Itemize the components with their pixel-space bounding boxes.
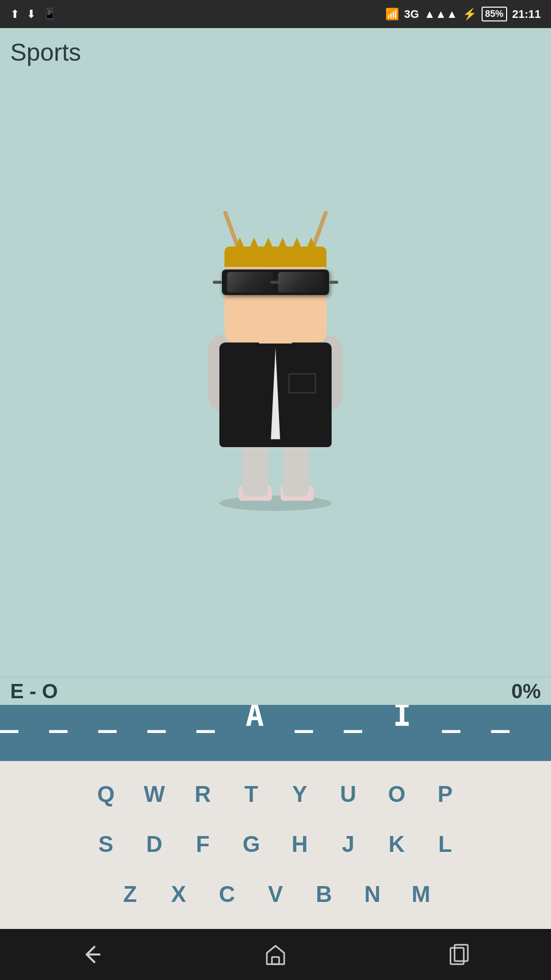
answer-bar: _ _ _ _ _ A _ _ I _ _ _	[0, 705, 551, 761]
character-hair	[224, 247, 327, 267]
key-W[interactable]: W	[130, 771, 179, 817]
character-body	[219, 342, 332, 447]
character	[194, 225, 357, 511]
hint-text: E - O	[10, 680, 58, 703]
key-S[interactable]: S	[82, 821, 130, 867]
network-label: 3G	[404, 8, 419, 21]
usb-icon: ⬆	[10, 8, 19, 21]
key-N[interactable]: N	[348, 871, 397, 917]
hint-bar: E - O 0%	[0, 677, 551, 705]
key-D[interactable]: D	[130, 821, 179, 867]
svg-rect-0	[272, 957, 279, 964]
glasses-bridge	[270, 281, 281, 284]
key-Q[interactable]: Q	[82, 771, 130, 817]
keyboard-row-3: Z X C V B N M	[8, 871, 543, 917]
battery-label: 85%	[482, 7, 507, 21]
key-L[interactable]: L	[421, 821, 469, 867]
key-M[interactable]: M	[397, 871, 445, 917]
home-icon	[263, 942, 288, 967]
key-G[interactable]: G	[227, 821, 276, 867]
character-shirt	[260, 348, 291, 439]
glasses-lens-right	[278, 272, 324, 292]
wifi-icon: 📶	[385, 8, 399, 21]
status-icons-left: ⬆ ⬇ 📱	[10, 8, 57, 21]
answer-display: _ _ _ _ _ A _ _ I _ _ _	[0, 697, 551, 769]
time-label: 21:11	[512, 8, 541, 21]
home-button[interactable]	[258, 937, 293, 972]
android-icon: 📱	[43, 8, 57, 21]
key-X[interactable]: X	[155, 871, 203, 917]
game-area: Sports	[0, 28, 551, 705]
key-U[interactable]: U	[324, 771, 372, 817]
character-glasses	[219, 268, 332, 297]
nav-bar	[0, 929, 551, 980]
character-pocket	[288, 373, 316, 394]
key-O[interactable]: O	[372, 771, 421, 817]
download-icon: ⬇	[27, 8, 36, 21]
key-J[interactable]: J	[324, 821, 372, 867]
glasses-temple-left	[213, 281, 222, 284]
key-Y[interactable]: Y	[276, 771, 324, 817]
score-text: 0%	[511, 680, 541, 703]
key-Z[interactable]: Z	[106, 871, 155, 917]
key-B[interactable]: B	[300, 871, 348, 917]
character-shadow	[219, 496, 332, 511]
key-H[interactable]: H	[276, 821, 324, 867]
signal-icon: ▲▲▲	[424, 8, 457, 21]
key-T[interactable]: T	[227, 771, 276, 817]
character-leg-left	[242, 440, 268, 497]
recent-button[interactable]	[441, 937, 477, 972]
glasses-lens-left	[227, 272, 273, 292]
key-F[interactable]: F	[179, 821, 227, 867]
recent-icon	[446, 942, 472, 967]
keyboard-row-2: S D F G H J K L	[8, 821, 543, 867]
glasses-temple-right	[329, 281, 338, 284]
key-V[interactable]: V	[252, 871, 300, 917]
character-leg-right	[283, 440, 309, 497]
key-C[interactable]: C	[203, 871, 252, 917]
status-icons-right: 📶 3G ▲▲▲ ⚡ 85% 21:11	[385, 7, 541, 21]
key-P[interactable]: P	[421, 771, 469, 817]
keyboard-row-1: Q W R T Y U O P	[8, 771, 543, 817]
category-label: Sports	[10, 38, 81, 66]
key-K[interactable]: K	[372, 821, 421, 867]
battery-icon: ⚡	[463, 8, 477, 21]
character-container	[0, 28, 551, 677]
key-R[interactable]: R	[179, 771, 227, 817]
glasses-frame	[222, 270, 329, 295]
back-icon	[79, 942, 105, 967]
back-button[interactable]	[74, 937, 110, 972]
keyboard-area: Q W R T Y U O P S D F G H J K L Z X C V …	[0, 761, 551, 929]
status-bar: ⬆ ⬇ 📱 📶 3G ▲▲▲ ⚡ 85% 21:11	[0, 0, 551, 28]
